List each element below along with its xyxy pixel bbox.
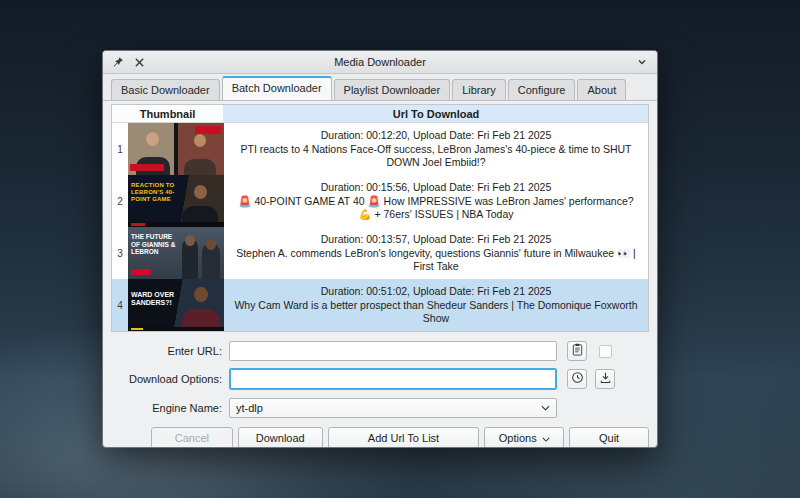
video-title: PTI reacts to 4 Nations Face-Off success… xyxy=(232,143,640,169)
tab-configure[interactable]: Configure xyxy=(508,79,576,100)
video-thumbnail xyxy=(128,123,224,175)
video-info-cell: Duration: 00:51:02, Upload Date: Fri Feb… xyxy=(224,279,648,331)
column-header-thumbnail: Thumbnail xyxy=(112,105,224,122)
close-button[interactable] xyxy=(132,55,146,69)
quit-button[interactable]: Quit xyxy=(569,427,649,448)
table-row[interactable]: 1 Duration: 00:12:20, Upload Date: Fri F… xyxy=(112,123,648,175)
download-options-input[interactable] xyxy=(229,368,557,390)
enter-url-row: Enter URL: xyxy=(103,341,657,361)
video-info-cell: Duration: 00:15:56, Upload Date: Fri Feb… xyxy=(224,175,648,227)
video-thumbnail: WARD OVER SANDERS?! xyxy=(128,279,224,331)
window-title: Media Downloader xyxy=(103,51,657,74)
video-title: Why Cam Ward is a better prospect than S… xyxy=(232,299,640,325)
table-row[interactable]: 3 THE FUTURE OF GIANNIS & LEBRON Duratio… xyxy=(112,227,648,279)
thumbnail-caption: REACTION TO LEBRON'S 40-POINT GAME xyxy=(131,182,185,203)
pin-icon[interactable] xyxy=(111,55,125,69)
action-button-bar: Cancel Download Add Url To List Options … xyxy=(151,427,649,448)
thumbnail-caption: THE FUTURE OF GIANNIS & LEBRON xyxy=(131,233,181,256)
app-window: Media Downloader Basic Downloader Batch … xyxy=(102,50,658,448)
engine-select[interactable]: yt-dlp xyxy=(229,398,557,418)
row-index: 4 xyxy=(112,279,128,331)
options-button[interactable]: Options xyxy=(484,427,564,448)
video-info-cell: Duration: 00:13:57, Upload Date: Fri Feb… xyxy=(224,227,648,279)
row-index: 3 xyxy=(112,227,128,279)
url-input[interactable] xyxy=(229,341,557,361)
table-row-selected[interactable]: 4 WARD OVER SANDERS?! Duration: 00:51:02… xyxy=(112,279,648,331)
engine-name-row: Engine Name: yt-dlp xyxy=(103,398,657,418)
thumbnail-image: REACTION TO LEBRON'S 40-POINT GAME xyxy=(128,175,224,227)
titlebar[interactable]: Media Downloader xyxy=(103,51,657,74)
table-row[interactable]: 2 REACTION TO LEBRON'S 40-POINT GAME Dur… xyxy=(112,175,648,227)
thumbnail-image: THE FUTURE OF GIANNIS & LEBRON xyxy=(128,227,224,279)
options-download-button[interactable] xyxy=(595,369,615,389)
download-list-table: Thumbnail Url To Download 1 Duration: 00… xyxy=(111,104,649,332)
paste-clipboard-button[interactable] xyxy=(567,341,587,361)
video-meta: Duration: 00:12:20, Upload Date: Fri Feb… xyxy=(232,129,640,142)
chevron-down-icon xyxy=(541,405,550,411)
tab-basic-downloader[interactable]: Basic Downloader xyxy=(111,79,220,100)
options-button-label: Options xyxy=(499,432,537,444)
collapse-arrow-icon[interactable] xyxy=(635,55,649,69)
add-url-to-list-button[interactable]: Add Url To List xyxy=(328,427,480,448)
tab-library[interactable]: Library xyxy=(452,79,506,100)
video-meta: Duration: 00:15:56, Upload Date: Fri Feb… xyxy=(232,181,640,194)
table-header-row: Thumbnail Url To Download xyxy=(112,105,648,123)
video-thumbnail: THE FUTURE OF GIANNIS & LEBRON xyxy=(128,227,224,279)
enter-url-label: Enter URL: xyxy=(111,345,229,357)
video-info-cell: Duration: 00:12:20, Upload Date: Fri Feb… xyxy=(224,123,648,175)
video-title: 🚨 40-POINT GAME AT 40 🚨 How IMPRESSIVE w… xyxy=(232,195,640,221)
engine-selected-value: yt-dlp xyxy=(236,402,263,414)
clipboard-icon xyxy=(571,342,584,360)
download-options-row: Download Options: xyxy=(103,368,657,390)
clipboard-monitor-checkbox[interactable] xyxy=(599,345,612,358)
chevron-down-icon xyxy=(542,432,550,444)
tab-playlist-downloader[interactable]: Playlist Downloader xyxy=(334,79,451,100)
video-meta: Duration: 00:13:57, Upload Date: Fri Feb… xyxy=(232,233,640,246)
tab-bar: Basic Downloader Batch Downloader Playli… xyxy=(103,74,657,101)
tab-batch-downloader[interactable]: Batch Downloader xyxy=(222,76,332,100)
thumbnail-image xyxy=(128,123,224,175)
video-meta: Duration: 00:51:02, Upload Date: Fri Feb… xyxy=(232,285,640,298)
tab-about[interactable]: About xyxy=(577,79,626,100)
column-header-url: Url To Download xyxy=(224,105,648,122)
row-index: 2 xyxy=(112,175,128,227)
download-options-label: Download Options: xyxy=(111,373,229,385)
cancel-button: Cancel xyxy=(151,427,233,448)
video-title: Stephen A. commends LeBron's longevity, … xyxy=(232,247,640,273)
engine-name-label: Engine Name: xyxy=(111,402,229,414)
download-button[interactable]: Download xyxy=(238,427,323,448)
options-history-button[interactable] xyxy=(567,369,587,389)
row-index: 1 xyxy=(112,123,128,175)
video-thumbnail: REACTION TO LEBRON'S 40-POINT GAME xyxy=(128,175,224,227)
history-clock-icon xyxy=(571,370,584,388)
download-icon xyxy=(599,370,612,388)
thumbnail-caption: WARD OVER SANDERS?! xyxy=(131,291,181,307)
desktop-background: Media Downloader Basic Downloader Batch … xyxy=(0,0,800,498)
thumbnail-image: WARD OVER SANDERS?! xyxy=(128,279,224,331)
